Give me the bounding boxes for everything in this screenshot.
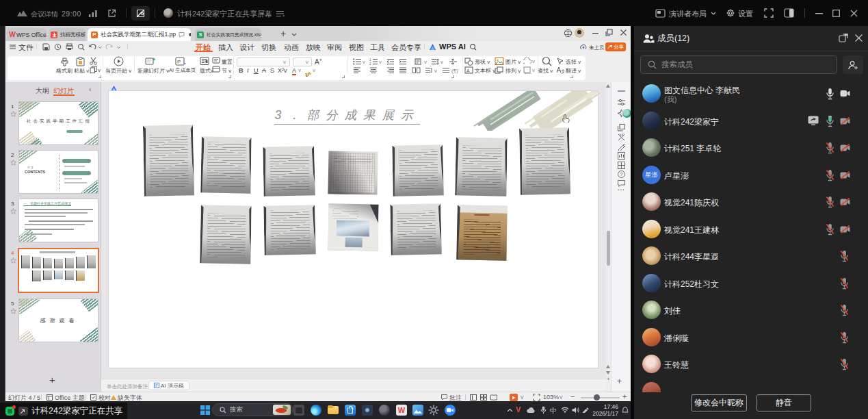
svg-text:2: 2 — [369, 62, 371, 65]
svg-text:1: 1 — [369, 58, 371, 62]
svg-text:P: P — [177, 59, 181, 65]
svg-text:A: A — [466, 68, 470, 73]
svg-text:?: ? — [620, 172, 623, 177]
svg-text:文: 文 — [561, 68, 564, 74]
